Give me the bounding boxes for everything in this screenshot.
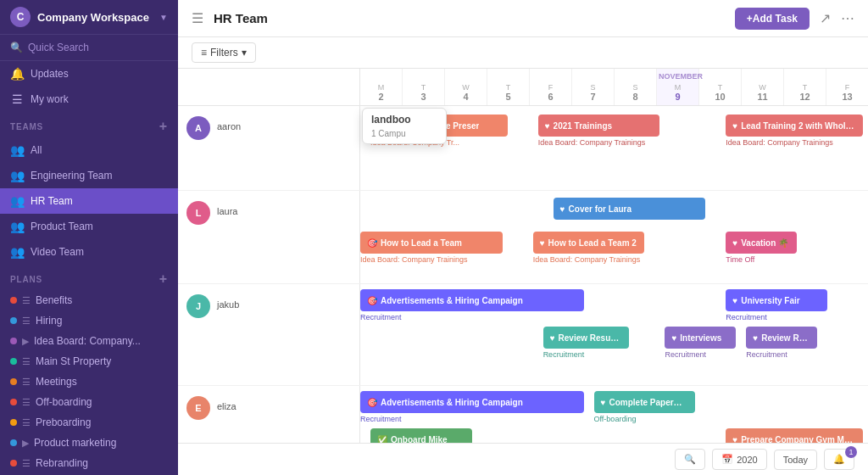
hamburger-icon[interactable]: ☰ — [192, 10, 203, 26]
timeline-wrapper: M2 T3 W4 T5 F6 S7 S8 NOVEMBERM9 T10 W11 … — [178, 69, 868, 443]
today-button[interactable]: Today — [774, 450, 817, 470]
tooltip-title: landboo — [371, 114, 437, 126]
sidebar-item-updates[interactable]: 🔔 Updates — [0, 61, 178, 87]
task-bar[interactable]: ♥ Lead Training 2 with Whole Team — [726, 115, 863, 137]
task-icon: ♥ — [753, 333, 758, 343]
sidebar-item-product[interactable]: 👥 Product Team — [0, 214, 178, 239]
avatar: E — [186, 396, 210, 420]
task-name: Review Resumes — [761, 333, 810, 343]
task-icon: ♥ — [732, 238, 737, 248]
task-name: Interviews — [680, 333, 721, 343]
table-row: L laura ♥ Cover for Laura 🎯 How to Lead … — [178, 191, 868, 284]
add-task-button[interactable]: +Add Task — [735, 8, 810, 30]
sidebar-item-label: HR Team — [31, 195, 73, 207]
date-col: F6 — [530, 69, 572, 105]
filters-button[interactable]: ≡ Filters ▾ — [192, 42, 256, 63]
task-name: Cover for Laura — [569, 204, 632, 214]
sidebar-item-label: My work — [31, 93, 69, 105]
sidebar-item-hr[interactable]: 👥 HR Team — [0, 188, 178, 214]
quick-search-item[interactable]: 🔍 Quick Search — [0, 35, 178, 61]
task-bar[interactable]: ♥ Cover for Laura — [554, 198, 706, 220]
task-bar[interactable]: ♥ Complete Paperwork — [594, 391, 696, 413]
plan-dot — [10, 338, 17, 344]
plan-item-product-marketing[interactable]: ▶ Product marketing — [0, 433, 178, 453]
plan-label: Hiring — [36, 315, 62, 327]
workspace-header[interactable]: C Company Workspace ▼ — [0, 0, 178, 35]
chevron-right-icon: ▶ — [22, 438, 29, 449]
task-bar[interactable]: ♥ Interviews — [665, 327, 736, 349]
add-plan-button[interactable]: + — [159, 271, 168, 287]
plan-item-offboarding[interactable]: ☰ Off-boarding — [0, 392, 178, 412]
task-name: 2021 Trainings — [554, 121, 612, 131]
task-bar[interactable]: ♥ 2021 Trainings — [538, 115, 660, 137]
date-col: W11 — [742, 69, 784, 105]
sidebar-item-mywork[interactable]: ☰ My work — [0, 87, 178, 112]
filter-icon: ≡ — [201, 47, 207, 59]
task-name: How to Lead a Team 2 — [548, 238, 637, 248]
more-options-icon[interactable]: ⋯ — [841, 10, 854, 26]
calendar-year-button[interactable]: 📅 2020 — [712, 449, 766, 470]
bell-icon: 🔔 — [10, 67, 24, 81]
task-bar[interactable]: 🎯 Advertisements & Hiring Campaign — [360, 391, 584, 413]
sidebar-item-video[interactable]: 👥 Video Team — [0, 239, 178, 265]
table-row: J jakub 🎯 Advertisements & Hiring Campai… — [178, 284, 868, 386]
plan-label: Benefits — [36, 294, 72, 306]
filters-label: Filters — [210, 47, 238, 59]
sidebar-item-engineering[interactable]: 👥 Engineering Team — [0, 163, 178, 188]
date-col-today: NOVEMBERM9 — [657, 69, 699, 105]
share-icon[interactable]: ↗ — [820, 10, 831, 26]
plan-item-meetings[interactable]: ☰ Meetings — [0, 372, 178, 392]
plan-dot — [10, 358, 17, 365]
team-icon: 👥 — [10, 194, 24, 208]
task-name: Review Resumes — [559, 333, 623, 343]
plan-label: Rebranding — [36, 457, 88, 469]
plan-item-hiring[interactable]: ☰ Hiring — [0, 310, 178, 331]
task-bar[interactable]: ♥ Review Resumes — [543, 327, 630, 349]
person-name: jakub — [217, 294, 239, 310]
plan-item-preboarding[interactable]: ☰ Preboarding — [0, 412, 178, 433]
task-bar[interactable]: ♥ University Fair — [726, 289, 827, 311]
task-bar[interactable]: 🎯 Advertisements & Hiring Campaign — [360, 289, 584, 311]
task-bar[interactable]: ♥ Vacation 🌴 — [726, 232, 797, 254]
task-subtitle: Idea Board: Company Trainings — [726, 138, 863, 147]
task-row-jakub: 🎯 Advertisements & Hiring Campaign Recru… — [360, 284, 868, 385]
plan-list-icon: ☰ — [22, 377, 31, 388]
date-col: S8 — [615, 69, 657, 105]
plan-label: Meetings — [36, 376, 77, 388]
timeline-header: M2 T3 W4 T5 F6 S7 S8 NOVEMBERM9 T10 W11 … — [178, 69, 868, 106]
task-icon: 🎯 — [367, 296, 377, 305]
plan-label: Off-boarding — [36, 396, 92, 408]
tooltip-popup: landboo 1 Campu — [362, 108, 447, 144]
task-icon: ♥ — [601, 398, 606, 407]
task-subtitle: Recruitment — [543, 350, 630, 359]
task-bar[interactable]: ♥ How to Lead a Team 2 — [533, 232, 645, 254]
plan-item-idea-board[interactable]: ▶ Idea Board: Company... — [0, 331, 178, 351]
sidebar-item-all[interactable]: 👥 All — [0, 137, 178, 163]
timeline-body: A aaron landboo 1 Campu 🎯 New Employee P… — [178, 106, 868, 443]
person-name: eliza — [217, 396, 236, 411]
task-row-laura: ♥ Cover for Laura 🎯 How to Lead a Team I… — [360, 191, 868, 283]
task-bar[interactable]: ♥ Review Resumes — [746, 327, 817, 349]
notification-button[interactable]: 🔔 1 — [824, 449, 854, 470]
person-cell-jakub: J jakub — [178, 284, 360, 385]
sidebar: C Company Workspace ▼ 🔍 Quick Search 🔔 U… — [0, 0, 178, 475]
task-icon: ♥ — [671, 333, 676, 343]
plan-item-benefits[interactable]: ☰ Benefits — [0, 290, 178, 310]
sidebar-item-label: Engineering Team — [31, 170, 113, 182]
task-row-eliza: 🎯 Advertisements & Hiring Campaign Recru… — [360, 386, 868, 443]
plan-item-rebranding[interactable]: ☰ Rebranding — [0, 453, 178, 473]
plans-section-header: PLANS + — [0, 265, 178, 290]
zoom-button[interactable]: 🔍 — [675, 449, 705, 470]
task-bar[interactable]: ✅ Onboard Mike — [370, 428, 472, 443]
task-icon: ♥ — [540, 238, 545, 248]
plan-item-main-st[interactable]: ☰ Main St Property — [0, 351, 178, 372]
search-icon: 🔍 — [10, 42, 23, 53]
person-cell-aaron: A aaron — [178, 106, 360, 190]
avatar: J — [186, 294, 210, 318]
tooltip-subtitle: 1 Campu — [371, 129, 437, 138]
task-bar[interactable]: 🎯 How to Lead a Team — [360, 232, 503, 254]
avatar: L — [186, 201, 210, 225]
chevron-right-icon: ▶ — [22, 336, 29, 347]
task-bar[interactable]: ♥ Prepare Company Gym Memberships — [726, 428, 863, 443]
add-team-button[interactable]: + — [159, 119, 168, 134]
